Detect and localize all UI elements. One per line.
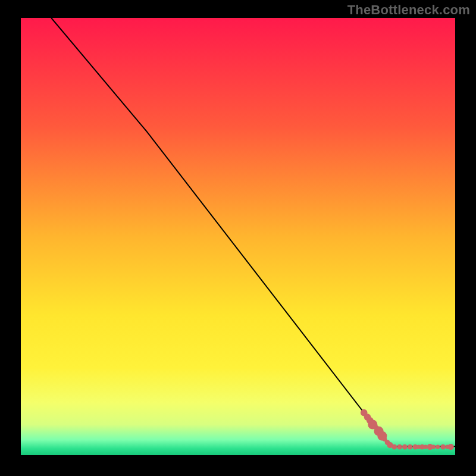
chart-frame: TheBottleneck.com [0, 0, 476, 476]
data-point [431, 444, 436, 449]
watermark-text: TheBottleneck.com [347, 2, 470, 18]
data-point [448, 444, 454, 450]
data-point [402, 444, 408, 450]
data-point [392, 444, 397, 450]
data-point [436, 444, 440, 449]
plot-area [21, 18, 455, 455]
gradient-background [21, 18, 455, 455]
data-point [397, 444, 402, 450]
data-point [408, 444, 413, 450]
plot-svg [21, 18, 455, 455]
data-point [440, 444, 446, 450]
